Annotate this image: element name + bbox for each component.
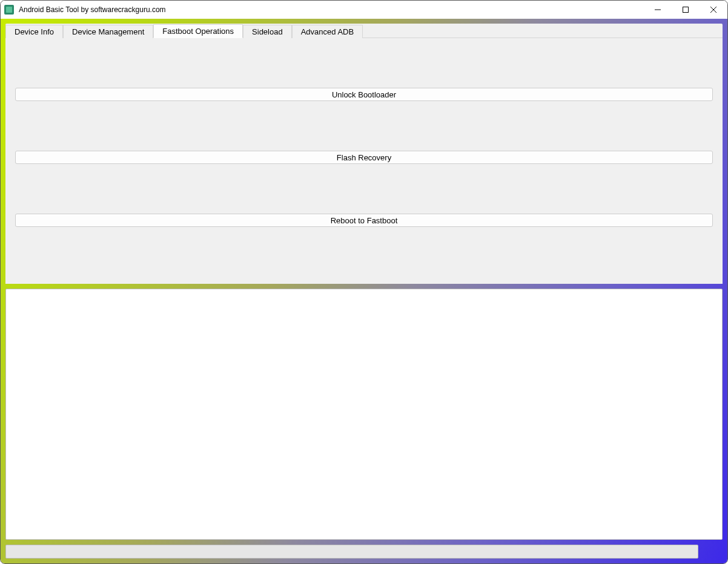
tab-content: Unlock Bootloader Flash Recovery Reboot …	[5, 38, 723, 284]
titlebar[interactable]: Android Basic Tool by softwarecrackguru.…	[1, 1, 727, 19]
app-icon	[4, 5, 14, 15]
log-output[interactable]	[5, 289, 723, 540]
tab-device-management[interactable]: Device Management	[63, 25, 153, 38]
app-window: Android Basic Tool by softwarecrackguru.…	[0, 0, 728, 564]
close-icon	[710, 7, 716, 13]
minimize-icon	[655, 7, 661, 13]
flash-recovery-button[interactable]: Flash Recovery	[15, 151, 713, 164]
client-area: Device Info Device Management Fastboot O…	[1, 19, 727, 563]
status-bar	[5, 545, 698, 559]
window-controls	[644, 1, 727, 19]
tab-fastboot-operations[interactable]: Fastboot Operations	[153, 24, 243, 38]
unlock-bootloader-button[interactable]: Unlock Bootloader	[15, 88, 713, 101]
maximize-button[interactable]	[672, 1, 700, 19]
tab-advanced-adb[interactable]: Advanced ADB	[292, 25, 363, 38]
tab-panel: Device Info Device Management Fastboot O…	[5, 24, 723, 284]
maximize-icon	[683, 7, 689, 13]
tab-device-info[interactable]: Device Info	[5, 25, 63, 38]
tab-sideload[interactable]: Sideload	[243, 25, 292, 38]
minimize-button[interactable]	[644, 1, 672, 19]
tab-strip: Device Info Device Management Fastboot O…	[5, 24, 723, 38]
close-button[interactable]	[700, 1, 727, 19]
window-title: Android Basic Tool by softwarecrackguru.…	[19, 5, 644, 14]
reboot-to-fastboot-button[interactable]: Reboot to Fastboot	[15, 214, 713, 227]
svg-rect-1	[683, 7, 689, 13]
